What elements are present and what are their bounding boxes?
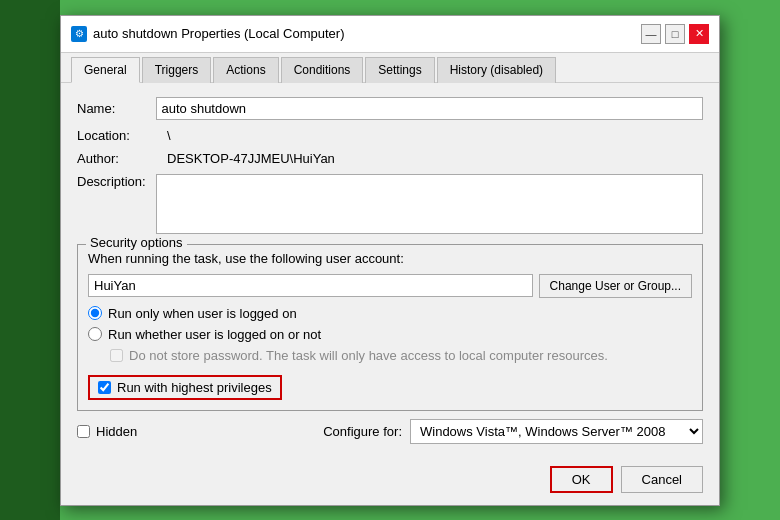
author-row: Author: DESKTOP-47JJMEU\HuiYan — [77, 151, 703, 166]
radio-logged-on-row: Run only when user is logged on — [88, 306, 692, 321]
radio-whether-logged-row: Run whether user is logged on or not — [88, 327, 692, 342]
radio-whether-logged-label: Run whether user is logged on or not — [108, 327, 321, 342]
location-label: Location: — [77, 128, 167, 143]
description-input[interactable] — [156, 174, 703, 234]
tab-bar: General Triggers Actions Conditions Sett… — [61, 53, 719, 83]
hidden-label: Hidden — [96, 424, 137, 439]
radio-logged-on-label: Run only when user is logged on — [108, 306, 297, 321]
name-label: Name: — [77, 101, 156, 116]
bottom-row: Hidden Configure for: Windows Vista™, Wi… — [77, 419, 703, 444]
dialog-body: Name: Location: \ Author: DESKTOP-47JJME… — [61, 83, 719, 458]
dialog-title: auto shutdown Properties (Local Computer… — [93, 26, 344, 41]
description-row: Description: — [77, 174, 703, 234]
privileges-checkbox[interactable] — [98, 381, 111, 394]
no-store-row: Do not store password. The task will onl… — [110, 348, 692, 363]
dialog-footer: OK Cancel — [61, 458, 719, 505]
ok-button[interactable]: OK — [550, 466, 613, 493]
privileges-row: Run with highest privileges — [88, 375, 282, 400]
name-input[interactable] — [156, 97, 704, 120]
change-user-button[interactable]: Change User or Group... — [539, 274, 692, 298]
maximize-button[interactable]: □ — [665, 24, 685, 44]
tab-actions[interactable]: Actions — [213, 57, 278, 83]
tab-triggers[interactable]: Triggers — [142, 57, 212, 83]
configure-label: Configure for: — [323, 424, 402, 439]
radio-whether-logged[interactable] — [88, 327, 102, 341]
user-account-desc: When running the task, use the following… — [88, 251, 692, 266]
configure-row: Configure for: Windows Vista™, Windows S… — [323, 419, 703, 444]
tab-conditions[interactable]: Conditions — [281, 57, 364, 83]
cancel-button[interactable]: Cancel — [621, 466, 703, 493]
user-account-input[interactable] — [88, 274, 533, 297]
author-label: Author: — [77, 151, 167, 166]
dialog-title-left: ⚙ auto shutdown Properties (Local Comput… — [71, 26, 344, 42]
tab-history[interactable]: History (disabled) — [437, 57, 556, 83]
minimize-button[interactable]: — — [641, 24, 661, 44]
configure-select[interactable]: Windows Vista™, Windows Server™ 2008 — [410, 419, 703, 444]
radio-logged-on[interactable] — [88, 306, 102, 320]
hidden-row: Hidden — [77, 424, 137, 439]
no-store-checkbox — [110, 349, 123, 362]
description-label: Description: — [77, 174, 156, 189]
name-row: Name: — [77, 97, 703, 120]
title-buttons: — □ ✕ — [641, 24, 709, 44]
no-store-label: Do not store password. The task will onl… — [129, 348, 608, 363]
dialog-titlebar: ⚙ auto shutdown Properties (Local Comput… — [61, 16, 719, 53]
tab-settings[interactable]: Settings — [365, 57, 434, 83]
security-legend: Security options — [86, 235, 187, 250]
privileges-wrapper-outer: Run with highest privileges — [88, 371, 692, 400]
privileges-label: Run with highest privileges — [117, 380, 272, 395]
user-account-row: Change User or Group... — [88, 274, 692, 298]
security-group: Security options When running the task, … — [77, 244, 703, 411]
tab-general[interactable]: General — [71, 57, 140, 83]
location-value: \ — [167, 128, 703, 143]
dialog-icon: ⚙ — [71, 26, 87, 42]
author-value: DESKTOP-47JJMEU\HuiYan — [167, 151, 703, 166]
hidden-checkbox[interactable] — [77, 425, 90, 438]
location-row: Location: \ — [77, 128, 703, 143]
close-button[interactable]: ✕ — [689, 24, 709, 44]
